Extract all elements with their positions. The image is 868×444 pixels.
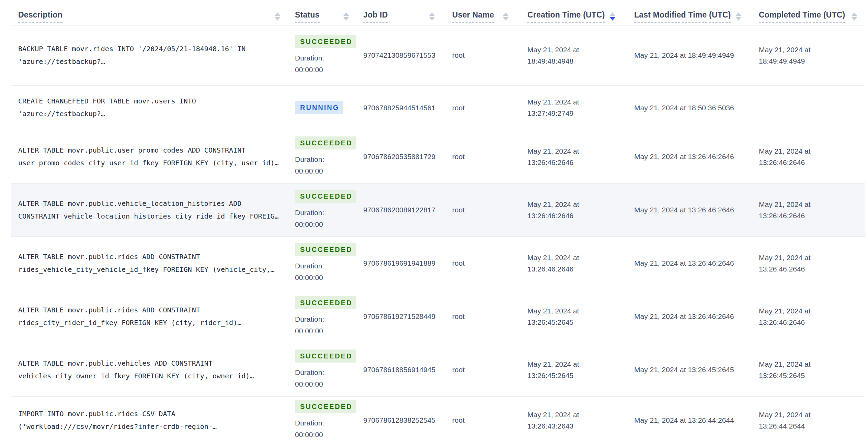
creation-time: May 21, 2024 at 13:26:45:2645 <box>517 290 622 343</box>
jobs-table-container: Description Status <box>11 0 865 444</box>
status-badge: SUCCEEDED <box>295 296 356 309</box>
last-modified-time: May 21, 2024 at 13:26:45:2645 <box>622 343 746 396</box>
sort-icons[interactable] <box>503 12 509 21</box>
column-label-user-name[interactable]: User Name <box>452 10 494 23</box>
column-label-status[interactable]: Status <box>295 10 320 23</box>
sort-icons[interactable] <box>736 12 741 21</box>
duration-value: 00:00:00 <box>295 219 350 230</box>
status-badge: RUNNING <box>295 101 343 114</box>
last-modified-time: May 21, 2024 at 13:26:46:2646 <box>622 290 746 343</box>
sort-asc-icon[interactable] <box>503 12 509 16</box>
job-id: 970678620535881729 <box>357 130 443 183</box>
creation-time: May 21, 2024 at 13:26:46:2646 <box>517 236 622 290</box>
creation-time: May 21, 2024 at 13:27:49:2749 <box>517 85 622 130</box>
column-label-creation-time[interactable]: Creation Time (UTC) <box>527 10 605 23</box>
creation-time: May 21, 2024 at 18:49:48:4948 <box>517 25 622 85</box>
sort-asc-icon[interactable] <box>343 12 349 16</box>
table-row: ALTER TABLE movr.public.vehicle_location… <box>11 183 865 236</box>
job-id: 970678619271528449 <box>357 290 443 343</box>
creation-time: May 21, 2024 at 13:26:46:2646 <box>517 183 622 236</box>
column-header-user-name[interactable]: User Name <box>443 0 517 25</box>
column-header-status[interactable]: Status <box>288 0 357 25</box>
column-header-job-id[interactable]: Job ID <box>357 0 443 25</box>
user-name: root <box>443 25 517 85</box>
column-label-description[interactable]: Description <box>18 10 62 23</box>
jobs-table: Description Status <box>11 0 865 444</box>
sort-desc-icon[interactable] <box>610 17 615 21</box>
duration-label: Duration: <box>295 207 350 219</box>
sort-icons[interactable] <box>429 12 435 21</box>
column-header-description[interactable]: Description <box>11 0 288 25</box>
creation-time: May 21, 2024 at 13:26:43:2643 <box>517 396 622 444</box>
sort-desc-icon[interactable] <box>503 17 509 21</box>
table-row: BACKUP TABLE movr.rides INTO '/2024/05/2… <box>11 25 865 85</box>
table-row: ALTER TABLE movr.public.rides ADD CONSTR… <box>11 236 865 290</box>
column-label-last-modified-time[interactable]: Last Modified Time (UTC) <box>634 10 731 23</box>
creation-time: May 21, 2024 at 13:26:46:2646 <box>517 130 622 183</box>
sort-desc-icon[interactable] <box>343 17 349 21</box>
job-id: 970678618856914945 <box>357 343 443 396</box>
job-description-link[interactable]: ALTER TABLE movr.public.vehicle_location… <box>18 197 282 223</box>
sort-desc-icon[interactable] <box>736 17 741 21</box>
column-header-completed-time[interactable]: Completed Time (UTC) <box>746 0 865 25</box>
job-description-link[interactable]: ALTER TABLE movr.public.user_promo_codes… <box>18 144 282 169</box>
job-id: 970678620089122817 <box>357 183 443 236</box>
status-badge: SUCCEEDED <box>295 243 356 256</box>
job-id: 970742130859671553 <box>357 25 443 85</box>
status-badge: SUCCEEDED <box>295 349 356 363</box>
duration-value: 00:00:00 <box>295 165 350 177</box>
sort-icons[interactable] <box>275 12 280 21</box>
duration-label: Duration: <box>295 313 350 325</box>
jobs-table-body: BACKUP TABLE movr.rides INTO '/2024/05/2… <box>11 25 865 444</box>
last-modified-time: May 21, 2024 at 13:26:46:2646 <box>622 236 746 290</box>
user-name: root <box>443 290 517 343</box>
table-row: ALTER TABLE movr.public.vehicles ADD CON… <box>11 343 865 396</box>
last-modified-time: May 21, 2024 at 18:49:49:4949 <box>622 25 746 85</box>
duration-label: Duration: <box>295 367 350 378</box>
last-modified-time: May 21, 2024 at 13:26:46:2646 <box>622 183 746 236</box>
sort-icons[interactable] <box>610 12 615 21</box>
job-description-link[interactable]: IMPORT INTO movr.public.rides CSV DATA (… <box>18 408 282 433</box>
duration-label: Duration: <box>295 154 350 165</box>
status-badge: SUCCEEDED <box>295 400 356 413</box>
completed-time: May 21, 2024 at 13:26:46:2646 <box>746 236 865 290</box>
sort-desc-icon[interactable] <box>852 17 857 21</box>
duration-label: Duration: <box>295 52 350 64</box>
job-description-link[interactable]: ALTER TABLE movr.public.vehicles ADD CON… <box>18 357 282 382</box>
completed-time: May 21, 2024 at 13:26:45:2645 <box>746 343 865 396</box>
user-name: root <box>443 343 517 396</box>
column-label-completed-time[interactable]: Completed Time (UTC) <box>759 10 845 23</box>
sort-asc-icon[interactable] <box>429 12 435 16</box>
sort-asc-icon[interactable] <box>852 12 857 16</box>
user-name: root <box>443 183 517 236</box>
user-name: root <box>443 396 517 444</box>
duration-value: 00:00:00 <box>295 325 350 337</box>
sort-desc-icon[interactable] <box>429 17 435 21</box>
sort-icons[interactable] <box>852 12 857 21</box>
status-badge: SUCCEEDED <box>295 190 356 203</box>
sort-asc-icon[interactable] <box>275 12 280 16</box>
job-description-link[interactable]: ALTER TABLE movr.public.rides ADD CONSTR… <box>18 304 282 329</box>
table-row: IMPORT INTO movr.public.rides CSV DATA (… <box>11 396 865 444</box>
job-id: 970678619691941889 <box>357 236 443 290</box>
sort-icons[interactable] <box>343 12 349 21</box>
job-description-link[interactable]: CREATE CHANGEFEED FOR TABLE movr.users I… <box>18 95 282 120</box>
last-modified-time: May 21, 2024 at 18:50:36:5036 <box>622 85 746 130</box>
job-description-link[interactable]: ALTER TABLE movr.public.rides ADD CONSTR… <box>18 251 282 276</box>
sort-asc-icon[interactable] <box>736 12 741 16</box>
sort-asc-icon[interactable] <box>610 12 615 16</box>
column-header-creation-time[interactable]: Creation Time (UTC) <box>517 0 622 25</box>
sort-desc-icon[interactable] <box>275 17 280 21</box>
completed-time: May 21, 2024 at 13:26:46:2646 <box>746 290 865 343</box>
creation-time: May 21, 2024 at 13:26:45:2645 <box>517 343 622 396</box>
table-row: ALTER TABLE movr.public.user_promo_codes… <box>11 130 865 183</box>
duration-label: Duration: <box>295 260 350 272</box>
completed-time: May 21, 2024 at 13:26:46:2646 <box>746 183 865 236</box>
duration-value: 00:00:00 <box>295 272 350 284</box>
user-name: root <box>443 85 517 130</box>
status-badge: SUCCEEDED <box>295 136 356 149</box>
column-header-last-modified-time[interactable]: Last Modified Time (UTC) <box>622 0 746 25</box>
job-description-link[interactable]: BACKUP TABLE movr.rides INTO '/2024/05/2… <box>18 43 282 68</box>
column-label-job-id[interactable]: Job ID <box>363 10 388 23</box>
duration-value: 00:00:00 <box>295 429 350 441</box>
